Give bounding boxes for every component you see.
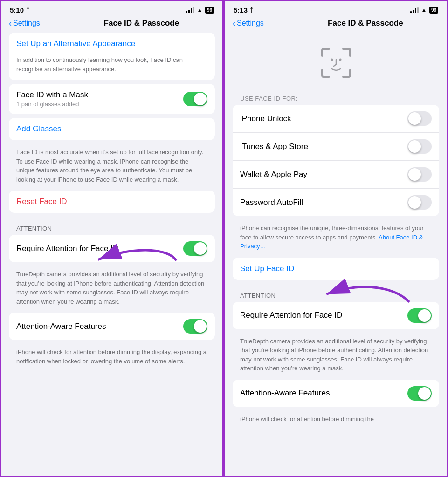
wifi-icon: ▲ — [197, 7, 203, 14]
time-display: 5:10 — [10, 6, 24, 14]
left-back-chevron-icon: ‹ — [9, 19, 12, 27]
wallet-toggle[interactable] — [407, 167, 432, 182]
right-attention-aware-card: Attention-Aware Features — [233, 380, 439, 407]
toggle-thumb — [194, 93, 207, 105]
left-attention-desc: TrueDepth camera provides an additional … — [9, 266, 215, 313]
left-time: 5:10 — [10, 6, 30, 14]
toggle-thumb-r1 — [408, 112, 421, 125]
setup-faceid-card: Set Up Face ID — [233, 258, 439, 280]
left-nav-bar: ‹ Settings Face ID & Passcode — [1, 17, 222, 33]
password-autofill-toggle[interactable] — [407, 195, 432, 210]
toggle-thumb-r5 — [418, 309, 431, 322]
right-attention-aware-title: Attention-Aware Features — [240, 388, 330, 398]
alternative-appearance-row[interactable]: Set Up an Alternative Appearance — [9, 33, 215, 55]
faceid-icon — [320, 47, 352, 79]
faceid-icon-container — [233, 33, 439, 89]
itunes-toggle[interactable] — [407, 139, 432, 154]
right-signal-icon — [410, 7, 419, 13]
reset-faceid-link[interactable]: Reset Face ID — [16, 197, 67, 206]
right-back-button[interactable]: ‹ Settings — [233, 19, 264, 27]
svg-point-4 — [339, 59, 341, 61]
toggle-thumb-3 — [194, 320, 207, 333]
signal-icon — [186, 7, 194, 13]
iphone-unlock-title: iPhone Unlock — [240, 114, 291, 123]
face-id-options-card: iPhone Unlock iTunes & App Store Wallet … — [233, 105, 439, 216]
location-icon — [26, 7, 30, 13]
setup-faceid-link[interactable]: Set Up Face ID — [240, 264, 294, 273]
left-attention-card: Require Attention for Face ID — [9, 235, 215, 262]
left-status-bar: 5:10 ▲ 96 — [1, 1, 222, 17]
battery-icon: 96 — [205, 7, 214, 14]
svg-point-3 — [331, 59, 333, 61]
right-back-label: Settings — [237, 19, 264, 27]
right-battery-icon: 96 — [429, 7, 438, 14]
iphone-unlock-toggle[interactable] — [407, 111, 432, 126]
right-nav-title: Face ID & Passcode — [264, 19, 448, 28]
faceid-mask-subtitle: 1 pair of glasses added — [16, 101, 88, 108]
reset-faceid-row[interactable]: Reset Face ID — [9, 191, 215, 213]
faceid-mask-card: Face ID with a Mask 1 pair of glasses ad… — [9, 84, 215, 114]
faceid-mask-row: Face ID with a Mask 1 pair of glasses ad… — [9, 84, 215, 114]
alternative-appearance-link[interactable]: Set Up an Alternative Appearance — [16, 39, 135, 48]
right-nav-bar: ‹ Settings Face ID & Passcode — [225, 17, 447, 33]
right-back-chevron-icon: ‹ — [233, 19, 235, 27]
right-location-icon — [249, 7, 254, 13]
wallet-title: Wallet & Apple Pay — [240, 170, 307, 179]
attention-aware-row: Attention-Aware Features — [9, 313, 215, 340]
add-glasses-card: Add Glasses — [9, 118, 215, 140]
right-status-icons: ▲ 96 — [410, 7, 438, 14]
attention-aware-card: Attention-Aware Features — [9, 313, 215, 340]
use-face-id-label: USE FACE ID FOR: — [233, 89, 439, 105]
mask-desc-text: Face ID is most accurate when it’s set u… — [9, 144, 215, 191]
right-battery-level: 96 — [431, 7, 436, 13]
right-attention-card: Require Attention for Face ID — [233, 302, 439, 329]
require-attention-toggle[interactable] — [183, 241, 207, 256]
require-attention-title: Require Attention for Face ID — [16, 244, 118, 253]
itunes-appstore-row: iTunes & App Store — [233, 133, 439, 161]
password-autofill-title: Password AutoFill — [240, 198, 303, 207]
right-attention-header: ATTENTION — [233, 284, 439, 302]
faceid-mask-toggle[interactable] — [183, 92, 207, 106]
itunes-title: iTunes & App Store — [240, 142, 308, 151]
iphone-unlock-row: iPhone Unlock — [233, 105, 439, 133]
add-glasses-row[interactable]: Add Glasses — [9, 118, 215, 140]
alternative-appearance-desc: In addition to continuously learning how… — [9, 55, 215, 80]
face-id-desc: iPhone can recognise the unique, three-d… — [233, 220, 439, 258]
toggle-thumb-r6 — [418, 387, 431, 400]
faceid-mask-label-group: Face ID with a Mask 1 pair of glasses ad… — [16, 90, 88, 108]
right-time-display: 5:13 — [234, 6, 248, 14]
right-wifi-icon: ▲ — [421, 7, 427, 14]
wallet-applepay-row: Wallet & Apple Pay — [233, 161, 439, 189]
left-phone-panel: 5:10 ▲ 96 ‹ Settings Face ID & Passcode — [0, 0, 224, 477]
right-attention-aware-row: Attention-Aware Features — [233, 380, 439, 407]
attention-aware-desc: iPhone will check for attention before d… — [9, 344, 215, 372]
reset-faceid-card: Reset Face ID — [9, 191, 215, 213]
attention-aware-title: Attention-Aware Features — [16, 322, 106, 331]
right-require-attention-toggle[interactable] — [407, 308, 432, 323]
svg-rect-2 — [251, 8, 252, 13]
right-phone-panel: 5:13 ▲ 96 ‹ Settings Face ID & Passcode — [224, 0, 448, 477]
left-back-button[interactable]: ‹ Settings — [9, 19, 40, 27]
right-require-attention-row: Require Attention for Face ID — [233, 302, 439, 329]
left-status-icons: ▲ 96 — [186, 7, 214, 14]
right-time: 5:13 — [234, 6, 254, 14]
left-nav-title: Face ID & Passcode — [40, 19, 224, 28]
require-attention-row: Require Attention for Face ID — [9, 235, 215, 262]
svg-rect-0 — [28, 8, 28, 13]
toggle-thumb-2 — [194, 242, 207, 255]
right-content: USE FACE ID FOR: iPhone Unlock iTunes & … — [225, 33, 447, 476]
right-status-bar: 5:13 ▲ 96 — [225, 1, 447, 17]
password-autofill-row: Password AutoFill — [233, 189, 439, 216]
toggle-thumb-r4 — [408, 196, 421, 209]
attention-aware-toggle[interactable] — [183, 319, 207, 334]
battery-level: 96 — [207, 7, 212, 13]
left-back-label: Settings — [13, 19, 40, 27]
right-attention-aware-desc: iPhone will check for attention before d… — [233, 411, 439, 430]
add-glasses-link[interactable]: Add Glasses — [16, 124, 61, 133]
right-attention-aware-toggle[interactable] — [407, 386, 432, 401]
right-require-attention-title: Require Attention for Face ID — [240, 311, 342, 320]
setup-faceid-row[interactable]: Set Up Face ID — [233, 258, 439, 280]
left-content: Set Up an Alternative Appearance In addi… — [1, 33, 222, 476]
alternative-appearance-card: Set Up an Alternative Appearance In addi… — [9, 33, 215, 80]
right-attention-desc: TrueDepth camera provides an additional … — [233, 333, 439, 380]
